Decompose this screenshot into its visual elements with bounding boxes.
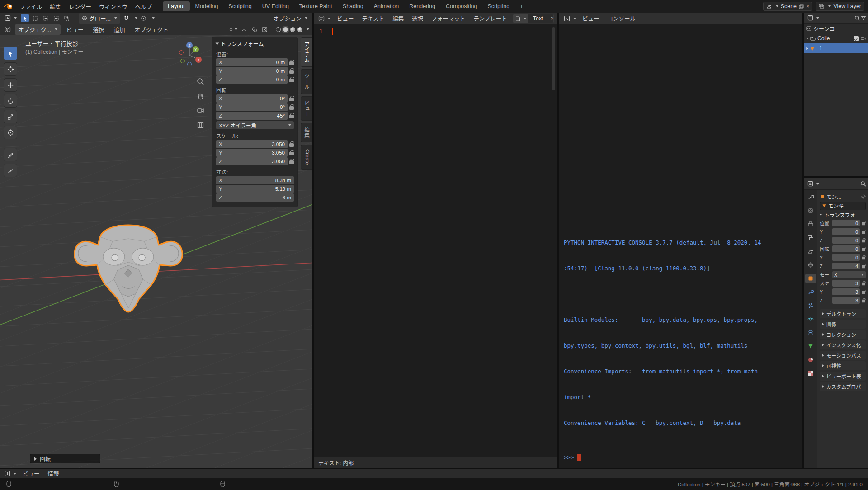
breadcrumb-object-label[interactable]: モン... xyxy=(826,193,841,200)
workspace-tab-modeling[interactable]: Modeling xyxy=(190,1,223,11)
console-menu-view[interactable]: ビュー xyxy=(579,13,603,24)
scale-x-field[interactable]: X3.050 xyxy=(216,140,288,148)
lock-icon[interactable] xyxy=(862,283,865,285)
location-z-field[interactable]: Z0 m xyxy=(216,75,288,84)
tab-material[interactable] xyxy=(805,355,816,364)
prop-rot-y[interactable]: 0 xyxy=(832,254,860,261)
text-menu-text[interactable]: テキスト xyxy=(359,13,388,24)
tab-view-layer[interactable] xyxy=(805,233,816,242)
viewport-3d[interactable]: グロー... オプション オブジェク... ビュー 選択 追加 オブジェクト xyxy=(0,13,312,468)
tab-object-data[interactable] xyxy=(805,342,816,351)
tab-object[interactable] xyxy=(805,274,816,283)
view-layer-selector[interactable]: View Layer xyxy=(816,2,864,11)
prop-scale-z[interactable]: 3 xyxy=(832,297,860,304)
dimensions-y-field[interactable]: Y5.19 m xyxy=(216,185,294,193)
ortho-toggle-icon[interactable] xyxy=(196,120,205,129)
close-text-icon[interactable]: × xyxy=(548,15,554,22)
text-menu-edit[interactable]: 編集 xyxy=(389,13,407,24)
console-editor-type-button[interactable] xyxy=(562,14,578,23)
select-mode-extend-icon[interactable] xyxy=(42,14,50,22)
python-console[interactable]: ビュー コンソール PYTHON INTERACTIVE CONSOLE 3.7… xyxy=(559,13,802,468)
rotation-x-field[interactable]: X0° xyxy=(216,94,288,103)
sidebar-tab-create[interactable]: Create xyxy=(301,145,312,170)
shading-rendered-icon[interactable] xyxy=(297,27,302,32)
shading-wireframe-icon[interactable] xyxy=(276,27,281,32)
viewport-editor-icon[interactable] xyxy=(3,25,13,33)
workspace-tab-sculpting[interactable]: Sculpting xyxy=(223,1,256,11)
lock-icon[interactable] xyxy=(289,115,294,118)
pan-hand-icon[interactable] xyxy=(196,91,205,100)
monkey-object[interactable] xyxy=(63,219,194,318)
tab-scene[interactable] xyxy=(805,247,816,256)
text-datablock-selector[interactable]: Text × xyxy=(513,14,554,23)
panel-instancing[interactable]: インスタンス化 xyxy=(820,340,866,349)
properties-search-icon[interactable] xyxy=(860,181,866,187)
add-workspace-button[interactable]: + xyxy=(515,1,528,11)
workspace-tab-uv-editing[interactable]: UV Editing xyxy=(257,1,294,11)
tab-constraints[interactable] xyxy=(805,328,816,337)
sidebar-tab-view[interactable]: ビュー xyxy=(301,96,312,121)
proportional-options-chevron[interactable] xyxy=(152,17,155,19)
pivot-point-icon[interactable] xyxy=(229,25,237,33)
tab-output[interactable] xyxy=(805,220,816,229)
panel-motion-paths[interactable]: モーションパス xyxy=(820,351,866,360)
lock-icon[interactable] xyxy=(862,231,865,234)
panel-viewport-display[interactable]: ビューポート表 xyxy=(820,372,866,381)
viewport-canvas[interactable]: ユーザー・平行投影 (1) Collection | モンキー Z xyxy=(0,35,312,468)
snap-options-chevron[interactable] xyxy=(135,17,137,19)
shading-solid-icon[interactable] xyxy=(283,27,288,32)
location-y-field[interactable]: Y0 m xyxy=(216,67,288,75)
panel-delta-transform[interactable]: デルタトラン xyxy=(820,309,866,318)
transform-panel-title[interactable]: トランスフォー xyxy=(820,210,866,219)
menu-window[interactable]: ウィンドウ xyxy=(95,1,131,12)
tab-physics[interactable] xyxy=(805,315,816,324)
browse-text-icon[interactable] xyxy=(513,14,528,23)
transform-orientation-dropdown[interactable]: グロー... xyxy=(79,13,120,24)
rotation-mode-dropdown[interactable]: XYZ オイラー角 xyxy=(216,121,294,129)
lock-icon[interactable] xyxy=(289,79,294,82)
proportional-edit-icon[interactable] xyxy=(140,14,148,22)
lock-icon[interactable] xyxy=(862,291,865,294)
operator-redo-panel[interactable]: 回転 xyxy=(30,454,100,463)
outliner-row-monkey-object[interactable]: 1 xyxy=(804,43,868,53)
lock-icon[interactable] xyxy=(289,152,294,155)
scale-tool-button[interactable] xyxy=(4,110,17,123)
text-menu-view[interactable]: ビュー xyxy=(333,13,358,24)
show-gizmo-icon[interactable] xyxy=(240,25,248,33)
tab-render[interactable] xyxy=(805,206,816,215)
sidebar-tab-edit[interactable]: 編集 xyxy=(301,123,312,142)
outliner-search-icon[interactable] xyxy=(854,15,860,21)
zoom-icon[interactable] xyxy=(196,77,205,86)
dimensions-x-field[interactable]: X8.34 m xyxy=(216,176,294,184)
scale-z-field[interactable]: Z3.050 xyxy=(216,157,288,165)
xray-toggle-icon[interactable] xyxy=(260,25,269,33)
lock-icon[interactable] xyxy=(862,248,865,251)
outliner-row-scene-collection[interactable]: シーンコ xyxy=(804,24,868,33)
text-editor-scrollbar[interactable] xyxy=(552,27,555,90)
select-mode-intersect-icon[interactable] xyxy=(62,14,71,22)
outliner[interactable]: シーンコ Colle 1 xyxy=(804,13,868,176)
workspace-tab-texture-paint[interactable]: Texture Paint xyxy=(294,1,337,11)
workspace-tab-shading[interactable]: Shading xyxy=(338,1,368,11)
rotation-z-field[interactable]: Z45° xyxy=(216,112,288,120)
prop-scale-y[interactable]: 3 xyxy=(832,288,860,295)
lock-icon[interactable] xyxy=(289,70,294,74)
menu-help[interactable]: ヘルプ xyxy=(132,1,156,12)
scene-selector[interactable]: Scene × xyxy=(763,2,813,11)
unlink-scene-icon[interactable]: × xyxy=(806,3,809,9)
annotate-tool-button[interactable] xyxy=(4,148,17,161)
new-scene-icon[interactable] xyxy=(799,4,804,9)
snap-magnet-icon[interactable] xyxy=(123,14,131,22)
tab-texture[interactable] xyxy=(805,369,816,378)
info-editor-type-button[interactable] xyxy=(3,470,18,477)
text-editor[interactable]: ビュー テキスト 編集 選択 フォーマット テンプレート Text × 1 テキ… xyxy=(314,13,557,468)
viewport-menu-select[interactable]: 選択 xyxy=(89,24,108,35)
active-tool-select-icon[interactable] xyxy=(21,14,29,22)
show-overlays-icon[interactable] xyxy=(250,25,258,33)
prop-loc-z[interactable]: 0 xyxy=(832,237,860,244)
text-menu-select[interactable]: 選択 xyxy=(408,13,427,24)
outliner-filter-icon[interactable] xyxy=(861,15,866,21)
outliner-editor-type-button[interactable] xyxy=(806,14,821,22)
text-editor-type-button[interactable] xyxy=(316,14,332,23)
info-menu-info[interactable]: 情報 xyxy=(44,468,63,479)
